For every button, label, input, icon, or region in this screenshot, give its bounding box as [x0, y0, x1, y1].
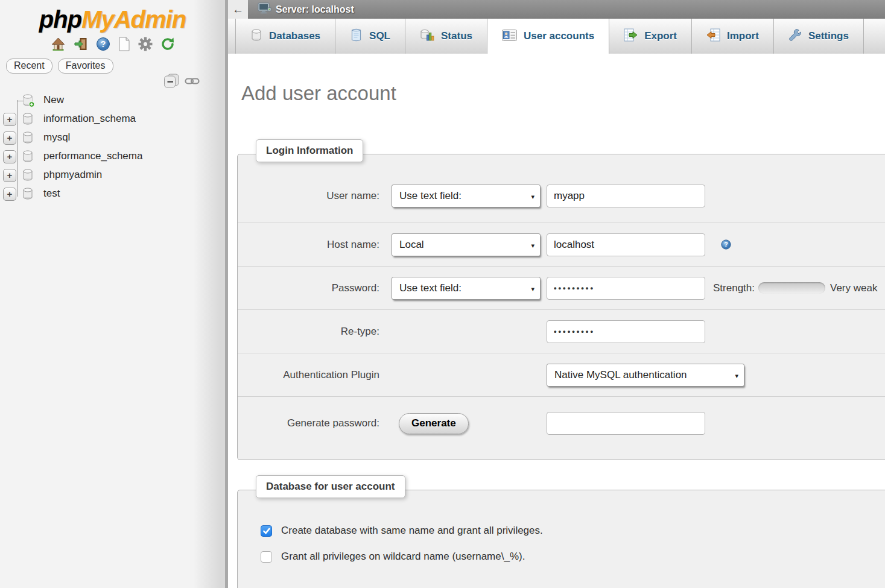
- generate-password-row: Generate password: Generate: [238, 397, 885, 450]
- wrench-icon: [788, 28, 802, 44]
- tree-item-mysql[interactable]: + mysql: [0, 129, 223, 148]
- generated-password-input[interactable]: [547, 412, 705, 435]
- tree-item-label: performance_schema: [43, 150, 142, 162]
- tree-item-new[interactable]: New: [0, 92, 223, 110]
- svg-text:?: ?: [724, 241, 728, 248]
- logo-myadmin: MyAdmin: [81, 6, 186, 33]
- create-database-option: Create database with same name and grant…: [261, 523, 885, 539]
- db-option-label[interactable]: Grant all privileges on wildcard name (u…: [281, 551, 525, 563]
- refresh-icon[interactable]: [160, 37, 175, 51]
- chevron-down-icon: ▾: [531, 285, 534, 293]
- sidebar-toolbar: ?: [0, 36, 225, 52]
- databases-icon: [250, 29, 262, 44]
- main-panel: ← Server: localhost Databases SQL: [228, 0, 885, 588]
- tab-status[interactable]: Status: [405, 19, 487, 54]
- server-breadcrumb[interactable]: Server: localhost: [248, 0, 885, 19]
- retype-row: Re-type:: [238, 310, 885, 353]
- tree-item-label: phpmyadmin: [43, 169, 102, 181]
- tab-settings[interactable]: Settings: [774, 19, 864, 54]
- username-type-select[interactable]: Use text field: ▾: [392, 185, 541, 207]
- expand-icon[interactable]: +: [3, 113, 16, 126]
- password-type-select[interactable]: Use text field: ▾: [392, 277, 541, 300]
- home-icon[interactable]: [51, 37, 66, 51]
- tab-user-accounts[interactable]: User accounts: [487, 19, 609, 54]
- phpmyadmin-app: phpMyAdmin ? Recent Favorites: [0, 0, 885, 588]
- hostname-type-select[interactable]: Local ▾: [392, 233, 541, 256]
- database-tree: New + information_schema + mysql +: [0, 92, 223, 204]
- retype-label: Re-type:: [238, 326, 379, 338]
- documentation-icon[interactable]: [118, 37, 130, 51]
- collapse-all-icon[interactable]: [163, 74, 180, 89]
- tree-item-label: information_schema: [43, 113, 136, 125]
- hostname-help-icon[interactable]: ?: [721, 239, 731, 250]
- link-databases-icon[interactable]: [185, 77, 200, 86]
- database-icon: [22, 169, 34, 184]
- logo-php: php: [39, 6, 81, 33]
- expand-icon[interactable]: +: [3, 169, 16, 182]
- auth-plugin-select[interactable]: Native MySQL authentication ▾: [547, 364, 744, 387]
- db-option-checkbox[interactable]: [261, 525, 272, 537]
- database-icon: [22, 188, 34, 203]
- generate-button[interactable]: Generate: [399, 413, 469, 434]
- expand-icon[interactable]: +: [3, 188, 16, 201]
- hostname-row: Host name: Local ▾ ?: [238, 223, 885, 267]
- login-information-fieldset: Login Information User name: Use text fi…: [237, 154, 885, 460]
- user-accounts-icon: [502, 30, 517, 43]
- recent-button[interactable]: Recent: [6, 58, 52, 74]
- page-title: Add user account: [241, 81, 885, 106]
- phpmyadmin-logo[interactable]: phpMyAdmin: [0, 6, 225, 33]
- db-option-checkbox[interactable]: [261, 551, 272, 563]
- tree-item-information-schema[interactable]: + information_schema: [0, 110, 223, 129]
- chevron-down-icon: ▾: [735, 372, 738, 380]
- chevron-down-icon: ▾: [531, 242, 534, 250]
- sidebar-quick-buttons: Recent Favorites: [6, 58, 225, 74]
- tab-databases[interactable]: Databases: [235, 19, 335, 54]
- sql-icon: [350, 28, 363, 44]
- expand-icon[interactable]: +: [3, 150, 16, 163]
- db-option-label[interactable]: Create database with same name and grant…: [281, 525, 543, 537]
- svg-text:?: ?: [100, 39, 106, 49]
- server-icon: [258, 2, 271, 17]
- auth-plugin-row: Authentication Plugin Native MySQL authe…: [238, 353, 885, 397]
- new-database-icon: [22, 94, 35, 110]
- username-label: User name:: [238, 190, 379, 202]
- tab-sql[interactable]: SQL: [335, 19, 405, 54]
- grant-wildcard-option: Grant all privileges on wildcard name (u…: [261, 549, 885, 564]
- username-input[interactable]: [547, 185, 705, 207]
- tree-tools: [163, 74, 200, 89]
- retype-password-input[interactable]: [547, 320, 705, 343]
- password-input[interactable]: [547, 277, 705, 300]
- database-for-user-legend: Database for user account: [256, 475, 405, 498]
- tree-item-label: test: [43, 188, 60, 200]
- username-row: User name: Use text field: ▾: [238, 169, 885, 223]
- settings-gear-icon[interactable]: [138, 37, 153, 51]
- expand-icon[interactable]: +: [3, 131, 16, 145]
- strength-label: Strength:: [713, 282, 755, 294]
- database-icon: [22, 131, 34, 147]
- back-arrow-icon: ←: [232, 3, 244, 16]
- navigation-sidebar: phpMyAdmin ? Recent Favorites: [0, 0, 228, 588]
- server-title-text: Server: localhost: [276, 4, 354, 15]
- auth-plugin-label: Authentication Plugin: [238, 369, 379, 381]
- back-button[interactable]: ←: [228, 0, 248, 19]
- export-icon: [624, 28, 638, 44]
- help-icon[interactable]: ?: [96, 37, 110, 51]
- favorites-button[interactable]: Favorites: [58, 58, 113, 74]
- password-row: Password: Use text field: ▾ Strength: Ve…: [238, 267, 885, 310]
- tab-bar: Databases SQL Status User accounts: [228, 19, 885, 54]
- logout-icon[interactable]: [74, 37, 88, 51]
- password-label: Password:: [238, 282, 379, 294]
- hostname-input[interactable]: [547, 233, 705, 256]
- status-icon: [420, 28, 434, 44]
- tree-item-label: mysql: [43, 131, 70, 144]
- tree-item-performance-schema[interactable]: + performance_schema: [0, 148, 223, 166]
- chevron-down-icon: ▾: [531, 193, 534, 201]
- tab-export[interactable]: Export: [609, 19, 692, 54]
- database-icon: [22, 113, 34, 128]
- database-for-user-fieldset: Database for user account Create databas…: [237, 490, 885, 588]
- hostname-label: Host name:: [238, 239, 379, 251]
- tab-import[interactable]: Import: [692, 19, 774, 54]
- tree-item-test[interactable]: + test: [0, 185, 223, 204]
- database-icon: [22, 150, 34, 165]
- tree-item-phpmyadmin[interactable]: + phpmyadmin: [0, 166, 223, 185]
